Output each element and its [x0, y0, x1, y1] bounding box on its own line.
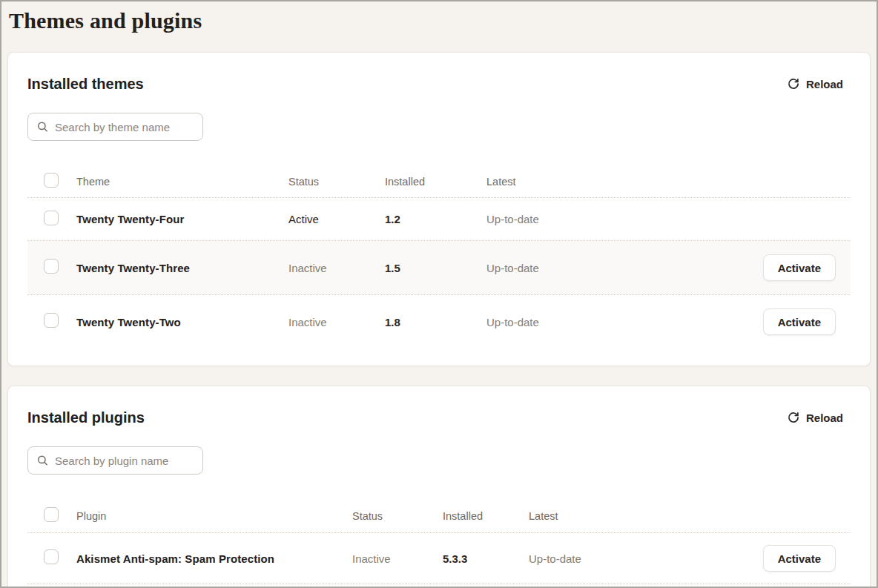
- latest-value: Up-to-date: [486, 262, 763, 274]
- themes-search-input[interactable]: [27, 113, 203, 141]
- activate-button[interactable]: Activate: [763, 254, 836, 281]
- status-value: Inactive: [288, 262, 385, 274]
- table-row: Akismet Anti-spam: Spam Protection Inact…: [27, 533, 851, 584]
- themes-card-header: Installed themes Reload: [27, 75, 851, 93]
- installed-plugins-card: Installed plugins Reload: [7, 386, 871, 588]
- plugins-section-title: Installed plugins: [27, 409, 145, 426]
- theme-name: Twenty Twenty-Three: [76, 262, 288, 274]
- latest-value: Up-to-date: [486, 316, 763, 328]
- latest-value: Up-to-date: [529, 552, 763, 565]
- column-header-status: Status: [352, 510, 443, 522]
- status-value: Inactive: [288, 316, 385, 328]
- status-value: Active: [288, 213, 385, 225]
- theme-name: Twenty Twenty-Two: [76, 316, 288, 328]
- row-checkbox[interactable]: [44, 259, 59, 274]
- page-title: Themes and plugins: [9, 6, 871, 36]
- reload-icon: [788, 412, 799, 423]
- status-value: Inactive: [352, 552, 443, 565]
- reload-label: Reload: [806, 78, 843, 90]
- column-header-plugin: Plugin: [76, 510, 352, 522]
- column-header-installed: Installed: [385, 176, 486, 188]
- column-header-latest: Latest: [486, 176, 836, 188]
- activate-button[interactable]: Activate: [763, 545, 836, 572]
- plugins-table-header: Plugin Status Installed Latest: [27, 499, 851, 533]
- themes-table: Theme Status Installed Latest Twenty Twe…: [27, 165, 851, 348]
- table-row: Twenty Twenty-Two Inactive 1.8 Up-to-dat…: [27, 294, 851, 348]
- reload-icon: [788, 78, 799, 90]
- column-header-status: Status: [288, 176, 385, 188]
- plugins-reload-button[interactable]: Reload: [780, 412, 851, 424]
- row-checkbox[interactable]: [44, 313, 59, 328]
- plugins-search-input[interactable]: [27, 446, 203, 475]
- select-all-checkbox[interactable]: [44, 173, 59, 188]
- themes-table-header: Theme Status Installed Latest: [27, 165, 851, 198]
- plugins-search: [27, 446, 203, 475]
- plugins-card-header: Installed plugins Reload: [27, 409, 851, 426]
- page: Themes and plugins Installed themes Relo…: [1, 6, 877, 588]
- row-checkbox[interactable]: [44, 549, 59, 564]
- themes-search: [27, 113, 203, 141]
- select-all-checkbox[interactable]: [44, 507, 59, 522]
- table-row: Twenty Twenty-Three Inactive 1.5 Up-to-d…: [27, 240, 851, 294]
- column-header-latest: Latest: [529, 510, 836, 522]
- themes-section-title: Installed themes: [27, 75, 144, 93]
- installed-version: 5.3.3: [443, 552, 529, 565]
- installed-version: 1.2: [385, 213, 486, 225]
- activate-button[interactable]: Activate: [763, 308, 836, 335]
- table-row: Twenty Twenty-Four Active 1.2 Up-to-date: [27, 198, 851, 240]
- column-header-installed: Installed: [443, 510, 529, 522]
- installed-version: 1.8: [385, 316, 486, 328]
- plugins-table: Plugin Status Installed Latest Akismet A…: [27, 499, 851, 584]
- reload-label: Reload: [806, 412, 843, 424]
- column-header-theme: Theme: [76, 176, 288, 188]
- installed-themes-card: Installed themes Reload: [7, 52, 871, 366]
- row-checkbox[interactable]: [44, 211, 59, 225]
- latest-value: Up-to-date: [486, 213, 836, 225]
- theme-name: Twenty Twenty-Four: [76, 213, 288, 225]
- installed-version: 1.5: [385, 262, 486, 274]
- themes-reload-button[interactable]: Reload: [780, 78, 851, 90]
- plugin-name: Akismet Anti-spam: Spam Protection: [76, 552, 352, 565]
